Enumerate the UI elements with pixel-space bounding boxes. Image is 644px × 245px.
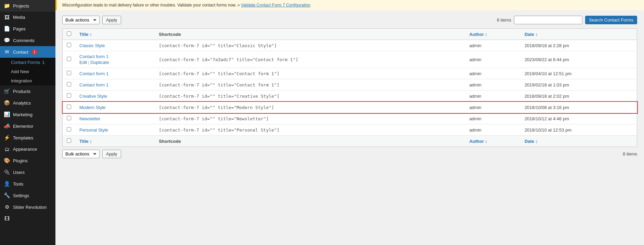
toolbar-right: 8 items Search Contact Forms	[497, 16, 637, 24]
sidebar-subitem-contact-forms[interactable]: Contact Forms 1	[0, 58, 55, 67]
row-checkbox-5[interactable]	[67, 93, 71, 98]
row-checkbox-2[interactable]	[67, 57, 71, 61]
row-action-edit-2[interactable]: Edit	[79, 60, 87, 65]
author-cell-6: admin	[465, 102, 520, 113]
analytics-icon: 📊	[3, 111, 10, 118]
row-checkbox-3[interactable]	[67, 71, 71, 75]
form-title-link-1[interactable]: Classic Style	[79, 43, 105, 48]
contact-forms-table: Title ↕ Shortcode Author ↕ Date ↕	[62, 28, 637, 147]
search-button[interactable]: Search Contact Forms	[585, 16, 637, 24]
sort-title-link-bottom[interactable]: Title ↕	[79, 139, 92, 144]
table-row: Contact form 1[contact-form-7 id="" titl…	[63, 68, 637, 79]
table-footer: Title ↕ Shortcode Author ↕ Date ↕	[63, 136, 637, 147]
table-body: Classic Style[contact-form-7 id="" title…	[63, 40, 637, 136]
sort-title-link[interactable]: Title ↕	[79, 32, 92, 37]
select-all-checkbox-bottom[interactable]	[67, 138, 71, 143]
settings-icon: ⚙	[3, 204, 10, 210]
toolbar-left: Bulk actions Apply	[62, 16, 121, 24]
sidebar-item-users[interactable]: 👤 Tools	[0, 178, 55, 190]
content-area: Bulk actions Apply 8 items Search Contac…	[55, 10, 644, 245]
row-action-duplicate-2[interactable]: Duplicate	[90, 60, 109, 65]
form-title-link-8[interactable]: Personal Style	[79, 127, 108, 133]
sidebar-item-comments[interactable]: 💬 Comments	[0, 35, 55, 46]
sidebar-item-products[interactable]: 📦 Analytics	[0, 97, 55, 109]
author-cell-7: admin	[465, 113, 520, 124]
contact-forms-badge: 1	[42, 60, 44, 65]
table-row: Personal Style[contact-form-7 id="" titl…	[63, 124, 637, 136]
date-cell-7: 2018/10/12 at 4:46 pm	[520, 113, 637, 124]
sidebar-item-contact[interactable]: ✉ Contact 1	[0, 46, 55, 58]
sort-date-link[interactable]: Date ↕	[525, 32, 538, 37]
sidebar-item-woocommerce[interactable]: 🛒 Products	[0, 85, 55, 97]
toolbar-bottom-left: Bulk actions Apply	[62, 150, 121, 158]
form-title-cell-3: Contact form 1	[75, 68, 155, 79]
row-checkbox-8[interactable]	[67, 127, 71, 132]
form-title-link-4[interactable]: Contact form 1	[79, 82, 108, 87]
sidebar-item-templates[interactable]: 🗂 Appearance	[0, 144, 55, 155]
sort-author-link[interactable]: Author ↕	[469, 32, 487, 37]
sidebar: 📁 Projects 🖼 Media 📄 Pages 💬 Comments ✉ …	[0, 0, 55, 245]
apply-button-bottom[interactable]: Apply	[102, 150, 121, 158]
users-icon: 👤	[3, 181, 10, 187]
header-title: Title ↕	[75, 29, 155, 40]
tools-icon: 🔧	[3, 192, 10, 199]
sidebar-item-elementor[interactable]: ⚡ Templates	[0, 132, 55, 144]
row-checkbox-1[interactable]	[67, 43, 71, 47]
row-checkbox-7[interactable]	[67, 116, 71, 120]
elementor-icon: ⚡	[3, 135, 10, 141]
author-cell-4: admin	[465, 79, 520, 91]
sidebar-item-projects[interactable]: 📁 Projects	[0, 0, 55, 12]
table-row: Modern Style[contact-form-7 id="" title=…	[63, 102, 637, 113]
contact-icon: ✉	[3, 49, 10, 55]
sort-author-link-bottom[interactable]: Author ↕	[469, 139, 487, 144]
header-date: Date ↕	[520, 29, 637, 40]
form-title-link-7[interactable]: Newsletter	[79, 116, 100, 121]
sidebar-item-pages[interactable]: 📄 Pages	[0, 23, 55, 35]
sidebar-item-tools[interactable]: 🔧 Settings	[0, 190, 55, 201]
toolbar-bottom-right: 8 items	[623, 151, 637, 156]
shortcode-cell-4: [contact-form-7 id="" title="Contact for…	[155, 79, 465, 91]
date-cell-3: 2019/04/10 at 12:51 pm	[520, 68, 637, 79]
sidebar-item-media[interactable]: 🖼 Media	[0, 12, 55, 23]
date-cell-5: 2018/09/18 at 2:02 pm	[520, 91, 637, 102]
bulk-actions-select-bottom[interactable]: Bulk actions	[62, 150, 100, 158]
toolbar-top: Bulk actions Apply 8 items Search Contac…	[62, 16, 637, 24]
sidebar-item-analytics[interactable]: 📊 Marketing	[0, 109, 55, 120]
form-title-cell-6: Modern Style	[75, 102, 155, 113]
sidebar-subitem-add-new[interactable]: Add New	[0, 67, 55, 76]
shortcode-cell-2: [contact-form-7 id="7a3adc7" title="Cont…	[155, 51, 465, 68]
search-input[interactable]	[514, 16, 582, 24]
apply-button-top[interactable]: Apply	[102, 16, 121, 24]
sidebar-item-settings[interactable]: ⚙ Slider Revolution	[0, 201, 55, 213]
shortcode-cell-3: [contact-form-7 id="" title="Contact for…	[155, 68, 465, 79]
slider-revolution-icon: 🎞	[3, 216, 10, 221]
date-cell-4: 2019/02/18 at 1:03 pm	[520, 79, 637, 91]
author-cell-1: admin	[465, 40, 520, 51]
notice-bar: Misconfiguration leads to mail delivery …	[55, 0, 644, 10]
toolbar-bottom: Bulk actions Apply 8 items	[62, 150, 637, 158]
notice-link[interactable]: Validate Contact Form 7 Configuration	[241, 3, 310, 8]
bulk-actions-select-top[interactable]: Bulk actions	[62, 16, 100, 24]
row-checkbox-6[interactable]	[67, 105, 71, 109]
form-title-link-6[interactable]: Modern Style	[79, 105, 106, 110]
sidebar-item-slider-revolution[interactable]: 🎞	[0, 213, 55, 224]
sidebar-item-appearance[interactable]: 🎨 Plugins	[0, 155, 55, 166]
form-title-link-3[interactable]: Contact form 1	[79, 71, 108, 76]
footer-shortcode: Shortcode	[155, 136, 465, 147]
form-title-cell-2: Contact form 1Edit | Duplicate	[75, 51, 155, 68]
sidebar-subitem-integration[interactable]: Integration	[0, 76, 55, 85]
select-all-checkbox-top[interactable]	[67, 31, 71, 36]
sidebar-item-marketing[interactable]: 📣 Elementor	[0, 120, 55, 132]
shortcode-cell-6: [contact-form-7 id="" title="Modern Styl…	[155, 102, 465, 113]
date-cell-8: 2018/10/10 at 12:53 pm	[520, 124, 637, 136]
footer-date: Date ↕	[520, 136, 637, 147]
comments-icon: 💬	[3, 37, 10, 43]
sort-date-link-bottom[interactable]: Date ↕	[525, 139, 538, 144]
sidebar-item-plugins[interactable]: 🔌 Users	[0, 166, 55, 178]
author-cell-5: admin	[465, 91, 520, 102]
row-checkbox-4[interactable]	[67, 82, 71, 86]
form-title-link-2[interactable]: Contact form 1	[79, 54, 108, 59]
form-title-link-5[interactable]: Creative Style	[79, 94, 107, 99]
form-title-cell-4: Contact form 1	[75, 79, 155, 91]
footer-author: Author ↕	[465, 136, 520, 147]
